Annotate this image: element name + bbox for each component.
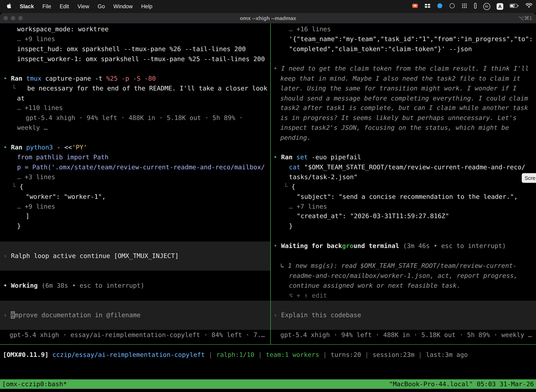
text-segment: team:1 workers [266, 351, 319, 358]
text-segment: | [415, 351, 426, 358]
text-segment: turns:20 [330, 351, 361, 358]
omx-hud-status: [OMX#0.11.9] cczip/essay/ai-reimplementa… [3, 350, 468, 360]
text-segment: | [205, 351, 216, 358]
text-segment: ralph:1/10 [216, 351, 254, 358]
text-segment: [OMX#0.11.9] [3, 351, 53, 358]
text-segment: last:3m ago [426, 351, 468, 358]
text-segment: | [319, 351, 330, 358]
tmux-status-bar: [omx-cczip0:bash* "MacBook-Pro-44.local"… [0, 379, 536, 389]
tmux-session-label: [omx-cczip0:bash* [2, 379, 67, 389]
text-segment: | [254, 351, 266, 358]
text-segment: cczip/essay/ai-reimplementation-copyleft [53, 351, 205, 358]
tooltip: Scre [522, 173, 536, 183]
tmux-host-clock: "MacBook-Pro-44.local" 05:03 31-Mar-26 [389, 379, 534, 389]
screen: Slack File Edit View Go Window Help [0, 0, 536, 392]
text-segment: | [361, 351, 373, 358]
omx-hud: [OMX#0.11.9] cczip/essay/ai-reimplementa… [0, 0, 536, 392]
text-segment: session:23m [373, 351, 414, 358]
